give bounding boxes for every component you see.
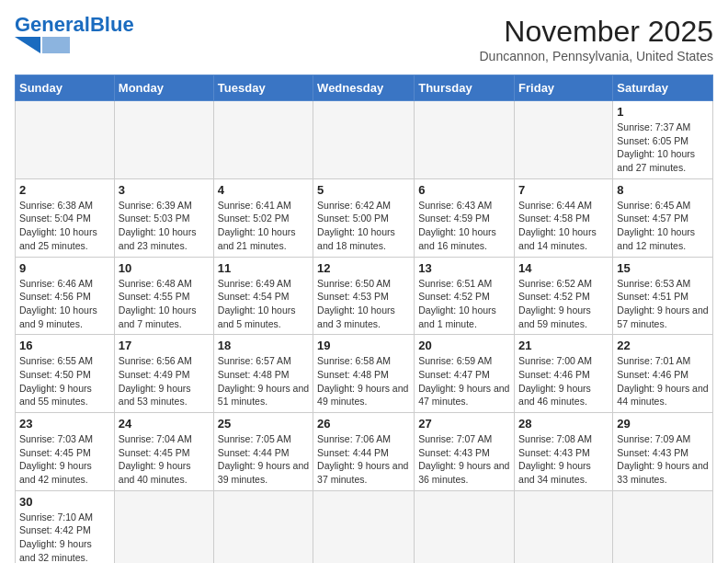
calendar-cell: 1Sunrise: 7:37 AM Sunset: 6:05 PM Daylig…	[613, 101, 713, 179]
calendar-cell: 16Sunrise: 6:55 AM Sunset: 4:50 PM Dayli…	[16, 335, 115, 413]
calendar-cell: 4Sunrise: 6:41 AM Sunset: 5:02 PM Daylig…	[213, 178, 313, 257]
day-number: 1	[617, 105, 709, 119]
day-info: Sunrise: 7:09 AM Sunset: 4:43 PM Dayligh…	[617, 432, 709, 487]
calendar-cell: 23Sunrise: 7:03 AM Sunset: 4:45 PM Dayli…	[16, 413, 115, 491]
calendar-header-thursday: Thursday	[415, 75, 515, 101]
calendar-cell: 28Sunrise: 7:08 AM Sunset: 4:43 PM Dayli…	[515, 413, 613, 491]
calendar-cell	[114, 101, 213, 179]
calendar-cell	[213, 490, 313, 563]
day-number: 25	[218, 417, 309, 431]
day-info: Sunrise: 6:51 AM Sunset: 4:52 PM Dayligh…	[418, 277, 510, 331]
day-info: Sunrise: 6:58 AM Sunset: 4:48 PM Dayligh…	[317, 354, 410, 408]
day-number: 13	[418, 261, 510, 275]
day-number: 29	[617, 417, 709, 431]
day-info: Sunrise: 6:50 AM Sunset: 4:53 PM Dayligh…	[317, 277, 410, 331]
calendar-cell	[213, 101, 313, 179]
day-number: 4	[218, 183, 309, 197]
calendar-cell	[515, 490, 613, 563]
day-info: Sunrise: 6:39 AM Sunset: 5:03 PM Dayligh…	[119, 199, 210, 253]
day-info: Sunrise: 7:07 AM Sunset: 4:43 PM Dayligh…	[418, 432, 510, 487]
calendar-cell: 3Sunrise: 6:39 AM Sunset: 5:03 PM Daylig…	[114, 178, 213, 257]
day-number: 30	[19, 495, 110, 509]
calendar-week-row: 2Sunrise: 6:38 AM Sunset: 5:04 PM Daylig…	[16, 178, 713, 257]
day-number: 22	[617, 339, 709, 352]
day-info: Sunrise: 6:44 AM Sunset: 4:58 PM Dayligh…	[518, 199, 609, 253]
day-info: Sunrise: 7:08 AM Sunset: 4:43 PM Dayligh…	[518, 432, 609, 487]
calendar-week-row: 23Sunrise: 7:03 AM Sunset: 4:45 PM Dayli…	[16, 413, 713, 491]
page-header: GeneralBlue November 2025 Duncannon, Pen…	[15, 15, 713, 63]
day-number: 3	[119, 183, 210, 197]
title-area: November 2025 Duncannon, Pennsylvania, U…	[480, 15, 714, 63]
day-info: Sunrise: 7:10 AM Sunset: 4:42 PM Dayligh…	[19, 511, 110, 563]
day-info: Sunrise: 7:01 AM Sunset: 4:46 PM Dayligh…	[617, 354, 709, 408]
svg-marker-0	[15, 37, 40, 53]
day-number: 10	[119, 261, 210, 275]
day-info: Sunrise: 7:00 AM Sunset: 4:46 PM Dayligh…	[518, 354, 609, 408]
day-info: Sunrise: 7:03 AM Sunset: 4:45 PM Dayligh…	[19, 432, 110, 487]
calendar-cell	[16, 101, 115, 179]
calendar-header-friday: Friday	[515, 75, 613, 101]
day-number: 24	[119, 417, 210, 431]
calendar-cell: 17Sunrise: 6:56 AM Sunset: 4:49 PM Dayli…	[114, 335, 213, 413]
svg-marker-1	[42, 37, 70, 53]
calendar-header-row: SundayMondayTuesdayWednesdayThursdayFrid…	[16, 75, 713, 101]
day-info: Sunrise: 6:42 AM Sunset: 5:00 PM Dayligh…	[317, 199, 410, 253]
calendar-cell: 22Sunrise: 7:01 AM Sunset: 4:46 PM Dayli…	[613, 335, 713, 413]
day-info: Sunrise: 6:53 AM Sunset: 4:51 PM Dayligh…	[617, 277, 709, 331]
day-info: Sunrise: 7:06 AM Sunset: 4:44 PM Dayligh…	[317, 432, 410, 487]
calendar-cell: 19Sunrise: 6:58 AM Sunset: 4:48 PM Dayli…	[313, 335, 415, 413]
day-info: Sunrise: 6:55 AM Sunset: 4:50 PM Dayligh…	[19, 354, 110, 408]
day-info: Sunrise: 6:56 AM Sunset: 4:49 PM Dayligh…	[119, 354, 210, 408]
day-number: 23	[19, 417, 110, 431]
day-info: Sunrise: 6:52 AM Sunset: 4:52 PM Dayligh…	[518, 277, 609, 331]
day-info: Sunrise: 6:49 AM Sunset: 4:54 PM Dayligh…	[218, 277, 309, 331]
calendar-cell	[114, 490, 213, 563]
day-info: Sunrise: 6:38 AM Sunset: 5:04 PM Dayligh…	[19, 199, 110, 253]
day-number: 28	[518, 417, 609, 431]
day-number: 12	[317, 261, 410, 275]
calendar-header-saturday: Saturday	[613, 75, 713, 101]
calendar-cell: 14Sunrise: 6:52 AM Sunset: 4:52 PM Dayli…	[515, 257, 613, 335]
day-number: 21	[518, 339, 609, 352]
day-info: Sunrise: 6:59 AM Sunset: 4:47 PM Dayligh…	[418, 354, 510, 408]
day-info: Sunrise: 7:37 AM Sunset: 6:05 PM Dayligh…	[617, 121, 709, 175]
day-number: 2	[19, 183, 110, 197]
day-info: Sunrise: 6:43 AM Sunset: 4:59 PM Dayligh…	[418, 199, 510, 253]
day-info: Sunrise: 7:04 AM Sunset: 4:45 PM Dayligh…	[119, 432, 210, 487]
logo-text: GeneralBlue	[15, 15, 134, 35]
day-info: Sunrise: 6:46 AM Sunset: 4:56 PM Dayligh…	[19, 277, 110, 331]
calendar-header-sunday: Sunday	[16, 75, 115, 101]
calendar-cell: 7Sunrise: 6:44 AM Sunset: 4:58 PM Daylig…	[515, 178, 613, 257]
calendar-cell	[515, 101, 613, 179]
calendar-header-wednesday: Wednesday	[313, 75, 415, 101]
day-info: Sunrise: 7:05 AM Sunset: 4:44 PM Dayligh…	[218, 432, 309, 487]
calendar-week-row: 9Sunrise: 6:46 AM Sunset: 4:56 PM Daylig…	[16, 257, 713, 335]
calendar-cell: 11Sunrise: 6:49 AM Sunset: 4:54 PM Dayli…	[213, 257, 313, 335]
day-number: 20	[418, 339, 510, 352]
calendar-cell: 20Sunrise: 6:59 AM Sunset: 4:47 PM Dayli…	[415, 335, 515, 413]
logo-icon	[15, 37, 70, 53]
calendar-cell: 27Sunrise: 7:07 AM Sunset: 4:43 PM Dayli…	[415, 413, 515, 491]
day-info: Sunrise: 6:48 AM Sunset: 4:55 PM Dayligh…	[119, 277, 210, 331]
day-number: 15	[617, 261, 709, 275]
day-number: 18	[218, 339, 309, 352]
day-number: 27	[418, 417, 510, 431]
logo-general: General	[15, 13, 90, 36]
day-number: 9	[19, 261, 110, 275]
calendar-cell: 25Sunrise: 7:05 AM Sunset: 4:44 PM Dayli…	[213, 413, 313, 491]
calendar-cell: 6Sunrise: 6:43 AM Sunset: 4:59 PM Daylig…	[415, 178, 515, 257]
calendar-table: SundayMondayTuesdayWednesdayThursdayFrid…	[15, 75, 713, 563]
calendar-header-tuesday: Tuesday	[213, 75, 313, 101]
day-number: 11	[218, 261, 309, 275]
calendar-cell	[313, 490, 415, 563]
day-info: Sunrise: 6:45 AM Sunset: 4:57 PM Dayligh…	[617, 199, 709, 253]
calendar-cell	[613, 490, 713, 563]
calendar-cell: 26Sunrise: 7:06 AM Sunset: 4:44 PM Dayli…	[313, 413, 415, 491]
calendar-cell: 2Sunrise: 6:38 AM Sunset: 5:04 PM Daylig…	[16, 178, 115, 257]
calendar-cell: 5Sunrise: 6:42 AM Sunset: 5:00 PM Daylig…	[313, 178, 415, 257]
day-number: 7	[518, 183, 609, 197]
calendar-cell: 18Sunrise: 6:57 AM Sunset: 4:48 PM Dayli…	[213, 335, 313, 413]
day-number: 26	[317, 417, 410, 431]
calendar-week-row: 1Sunrise: 7:37 AM Sunset: 6:05 PM Daylig…	[16, 101, 713, 179]
calendar-cell: 21Sunrise: 7:00 AM Sunset: 4:46 PM Dayli…	[515, 335, 613, 413]
